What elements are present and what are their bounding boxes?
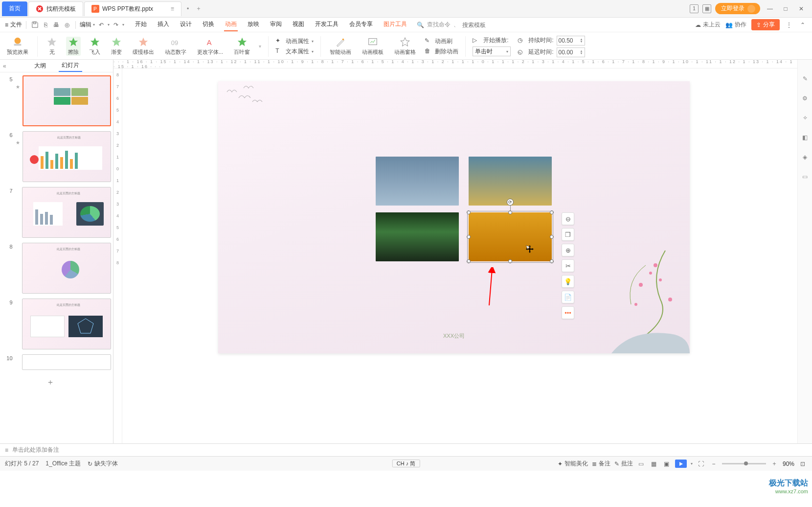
maximize-icon[interactable]: □ — [780, 3, 791, 15]
coop-button[interactable]: 👥 协作 — [725, 21, 746, 29]
thumb-9[interactable]: 此是页面的主标题 — [22, 299, 111, 349]
effect-flyin[interactable]: 飞入 — [88, 37, 102, 56]
design-pane-icon[interactable]: ✎ — [801, 74, 810, 83]
layers-icon[interactable]: ❐ — [562, 228, 574, 241]
effect-fade[interactable]: 渐变 — [109, 37, 124, 56]
resize-handle[interactable] — [467, 210, 471, 214]
undo-icon[interactable]: ↶ — [97, 21, 106, 29]
resize-handle[interactable] — [550, 210, 554, 214]
tab-view[interactable]: 视图 — [292, 18, 305, 31]
animation-pane-icon[interactable]: ✧ — [801, 114, 810, 122]
slide-counter[interactable]: 幻灯片 5 / 27 — [5, 460, 39, 468]
minimize-icon[interactable]: — — [764, 3, 776, 15]
tab-start[interactable]: 开始 — [134, 18, 148, 31]
theme-name[interactable]: 1_Office 主题 — [45, 460, 81, 468]
image-leaves[interactable] — [376, 212, 459, 261]
tab-add-icon[interactable]: ＋ — [193, 3, 204, 14]
effect-dyn-number[interactable]: 09动态数字 — [163, 37, 188, 56]
zoom-icon[interactable]: ⊕ — [562, 244, 574, 256]
present-pane-icon[interactable]: ▭ — [801, 172, 810, 181]
convert-icon[interactable]: 📄 — [562, 291, 574, 303]
ime-indicator[interactable]: CH ♪ 简 — [392, 460, 420, 467]
duration-input[interactable]: 00.50▲▼ — [557, 36, 585, 46]
add-slide-button[interactable]: ＋ — [5, 375, 96, 390]
undo-drop-icon[interactable]: ▾ — [108, 23, 110, 27]
search-input[interactable] — [462, 22, 521, 28]
more-icon[interactable]: ⋮ — [785, 21, 793, 29]
security-pane-icon[interactable]: ◈ — [801, 153, 810, 161]
slideshow-button[interactable] — [675, 460, 687, 468]
tab-animation[interactable]: 动画 — [224, 18, 238, 31]
command-search[interactable]: 🔍 查找命令、 — [417, 21, 521, 29]
smart-anim-button[interactable]: 智能动画 — [328, 37, 353, 56]
anim-template-button[interactable]: 动画模板 — [360, 37, 385, 56]
tab-transition[interactable]: 切换 — [202, 18, 215, 31]
missing-fonts[interactable]: ↻ 缺失字体 — [88, 460, 118, 468]
tab-home[interactable]: 首页 — [2, 1, 27, 16]
tab-design[interactable]: 设计 — [179, 18, 193, 31]
file-menu[interactable]: ≡ 文件 — [5, 21, 22, 29]
effect-none[interactable]: 无 — [45, 37, 59, 56]
collapse-panel-icon[interactable]: « — [3, 63, 6, 69]
slide-stage[interactable]: ⟳ ⊖ ❐ — [122, 69, 797, 443]
edit-menu[interactable]: 编辑▾ — [80, 21, 95, 29]
effect-wipe[interactable]: 擦除 — [66, 37, 81, 56]
tab-pic-tools[interactable]: 图片工具 — [383, 18, 408, 31]
tab-slides[interactable]: 幻灯片 — [59, 60, 82, 72]
resize-handle[interactable] — [467, 235, 471, 239]
resize-handle[interactable] — [467, 259, 471, 263]
slide-canvas[interactable]: ⟳ ⊖ ❐ — [218, 81, 690, 353]
effect-font-change[interactable]: A更改字体... — [195, 37, 225, 56]
thumb-5[interactable] — [23, 75, 111, 126]
delay-input[interactable]: 00.00▲▼ — [557, 47, 585, 57]
resize-handle[interactable] — [508, 259, 512, 263]
anim-prop-button[interactable]: ✦动画属性▾ — [275, 37, 314, 46]
zoom-slider[interactable] — [722, 463, 766, 464]
reading-view-icon[interactable]: ▣ — [662, 460, 671, 468]
thumb-10[interactable] — [22, 354, 111, 370]
beautify-button[interactable]: ✦ 智能美化 — [558, 460, 588, 468]
tab-current-file[interactable]: P WPS PPT教程.pptx ☰ — [84, 1, 181, 16]
resize-handle[interactable] — [550, 235, 554, 239]
redo-icon[interactable]: ↷ — [112, 21, 120, 29]
share-button[interactable]: ⇪ 分享 — [751, 19, 780, 30]
resize-handle[interactable] — [508, 210, 512, 214]
material-pane-icon[interactable]: ◧ — [801, 133, 810, 142]
anim-pane-button[interactable]: 动画窗格 — [392, 37, 418, 56]
tab-templates[interactable]: 找稻壳模板 — [28, 1, 83, 16]
window-mode-icon[interactable]: 1 — [690, 4, 699, 13]
tab-close-icon[interactable]: • — [182, 3, 193, 14]
tab-member[interactable]: 会员专享 — [348, 18, 374, 31]
normal-view-icon[interactable]: ▭ — [637, 460, 646, 468]
zoom-in-icon[interactable]: ＋ — [770, 460, 779, 468]
crop-icon[interactable]: ✂ — [562, 259, 574, 272]
collapse-ribbon-icon[interactable]: ⌃ — [798, 21, 807, 29]
redo-drop-icon[interactable]: ▾ — [122, 23, 124, 27]
gallery-expand-icon[interactable]: ▾ — [259, 44, 261, 49]
login-button[interactable]: 立即登录 — [715, 3, 760, 14]
tab-show[interactable]: 放映 — [247, 18, 260, 31]
image-mountain[interactable] — [376, 157, 459, 206]
export-icon[interactable]: ⎘ — [41, 21, 50, 29]
app-grid-icon[interactable]: ▦ — [702, 4, 711, 13]
collapse-tool-icon[interactable]: ⊖ — [562, 212, 574, 225]
start-play-select[interactable]: 单击时▾ — [473, 46, 511, 56]
close-icon[interactable]: ✕ — [795, 3, 807, 15]
slideshow-drop-icon[interactable]: ▾ — [691, 461, 693, 466]
zoom-value[interactable]: 90% — [783, 461, 794, 467]
sorter-view-icon[interactable]: ▦ — [650, 460, 658, 468]
resize-handle[interactable] — [550, 259, 554, 263]
preview-effect-button[interactable]: 预览效果 — [5, 37, 30, 56]
tab-insert[interactable]: 插入 — [157, 18, 170, 31]
print-icon[interactable]: 🖶 — [52, 21, 61, 29]
settings-pane-icon[interactable]: ⚙ — [801, 94, 810, 103]
idea-icon[interactable]: 💡 — [562, 275, 574, 288]
anim-brush-button[interactable]: ✎动画刷 — [425, 37, 458, 46]
tab-outline[interactable]: 大纲 — [31, 60, 49, 71]
delete-anim-button[interactable]: 🗑删除动画 — [425, 47, 458, 56]
notes-bar[interactable]: ≡ 单击此处添加备注 — [0, 443, 812, 456]
rotate-handle-icon[interactable]: ⟳ — [507, 199, 514, 206]
zoom-out-icon[interactable]: − — [709, 460, 718, 468]
image-lake[interactable] — [469, 157, 552, 206]
more-tool-icon[interactable]: ••• — [562, 306, 574, 319]
